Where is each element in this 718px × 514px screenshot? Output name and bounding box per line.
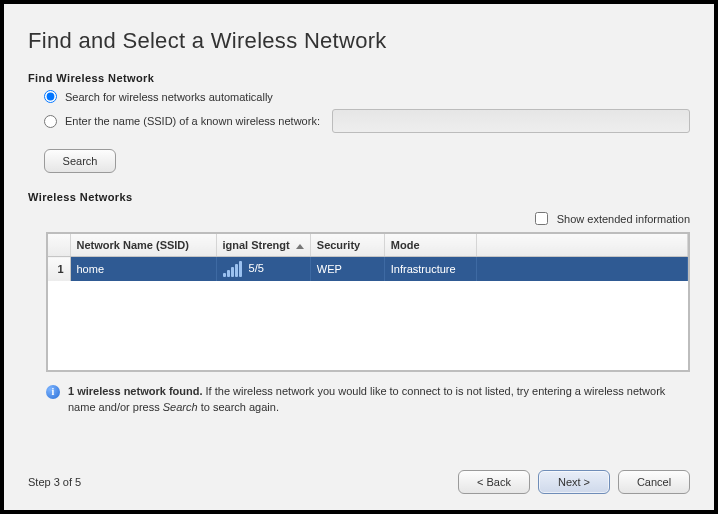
col-ssid[interactable]: Network Name (SSID) (70, 234, 216, 257)
col-filler (476, 234, 687, 257)
row-ssid: home (70, 257, 216, 282)
search-button[interactable]: Search (44, 149, 116, 173)
col-security[interactable]: Security (310, 234, 384, 257)
row-security: WEP (310, 257, 384, 282)
table-row[interactable]: 1 home 5/5 WEP Infrastructure (48, 257, 688, 282)
col-signal[interactable]: ignal Strengt (216, 234, 310, 257)
radio-auto[interactable] (44, 90, 57, 103)
row-signal: 5/5 (216, 257, 310, 282)
row-signal-text: 5/5 (249, 262, 264, 274)
signal-bars-icon (223, 261, 242, 277)
list-section-heading: Wireless Networks (28, 191, 690, 203)
radio-manual-label: Enter the name (SSID) of a known wireles… (65, 115, 320, 127)
row-index: 1 (48, 257, 70, 282)
back-button[interactable]: < Back (458, 470, 530, 494)
next-button[interactable]: Next > (538, 470, 610, 494)
networks-table: Network Name (SSID) ignal Strengt Securi… (46, 232, 690, 372)
info-italic: Search (163, 401, 198, 413)
step-indicator: Step 3 of 5 (28, 476, 81, 488)
sort-asc-icon (296, 244, 304, 249)
row-mode: Infrastructure (384, 257, 476, 282)
cancel-button[interactable]: Cancel (618, 470, 690, 494)
col-index[interactable] (48, 234, 70, 257)
show-extended-checkbox[interactable] (535, 212, 548, 225)
col-signal-text: ignal Strengt (223, 239, 290, 251)
find-section-heading: Find Wireless Network (28, 72, 690, 84)
info-icon: i (46, 385, 60, 399)
show-extended-label: Show extended information (557, 213, 690, 225)
page-title: Find and Select a Wireless Network (28, 28, 690, 54)
col-mode[interactable]: Mode (384, 234, 476, 257)
info-tail: to search again. (198, 401, 279, 413)
ssid-input[interactable] (332, 109, 690, 133)
info-bold: 1 wireless network found. (68, 385, 202, 397)
info-message: i 1 wireless network found. If the wirel… (46, 384, 690, 416)
radio-manual[interactable] (44, 115, 57, 128)
radio-auto-label: Search for wireless networks automatical… (65, 91, 273, 103)
